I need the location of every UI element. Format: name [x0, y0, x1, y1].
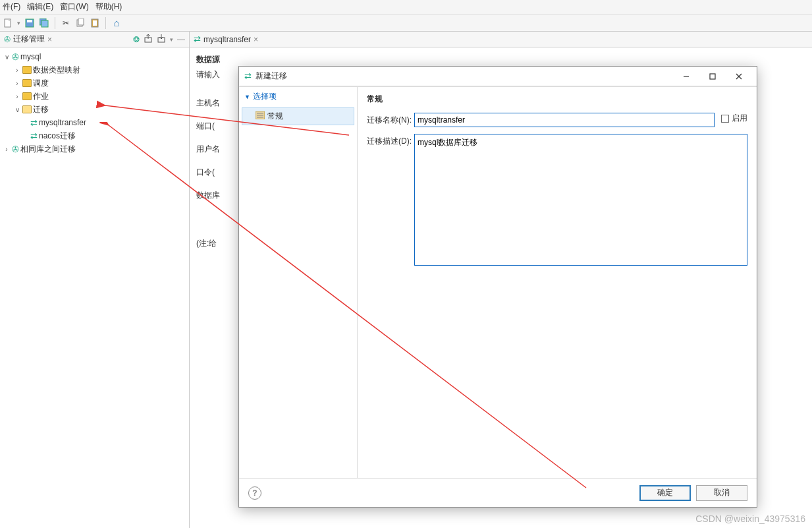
separator	[105, 17, 106, 29]
cancel-button[interactable]: 取消	[696, 485, 747, 501]
section-title: 数据源	[196, 54, 805, 65]
tree-item-mapping[interactable]: › 数据类型映射	[0, 63, 189, 76]
cut-icon[interactable]: ✂	[61, 18, 71, 28]
ok-label: 确定	[657, 487, 673, 498]
paste-icon[interactable]	[90, 18, 100, 28]
tree-item-migration[interactable]: ∨ 迁移	[0, 103, 189, 116]
svg-rect-4	[41, 20, 48, 27]
toolbar: ▾ ✂ ⌂	[0, 15, 812, 32]
menu-file[interactable]: 件(F)	[3, 1, 20, 13]
tree-root[interactable]: ∨ ✇ mysql	[0, 50, 189, 63]
checkbox-icon	[721, 115, 729, 123]
minimize-icon[interactable]: —	[177, 35, 185, 44]
prompt-label: 请输入	[196, 69, 236, 80]
new-migration-dialog: ⇄ 新建迁移 ▼ 选择项 常规	[238, 66, 757, 508]
menu-edit[interactable]: 编辑(E)	[27, 1, 53, 13]
tree-label: 迁移	[33, 104, 49, 115]
tree-label: 数据类型映射	[33, 65, 80, 76]
copy-icon[interactable]	[75, 18, 86, 28]
tree-item-schedule[interactable]: › 调度	[0, 76, 189, 90]
folder-icon	[22, 66, 32, 74]
desc-label: 迁移描述(D):	[367, 134, 414, 147]
close-editor-icon[interactable]: ×	[254, 35, 258, 44]
dropdown-icon[interactable]: ▾	[17, 20, 20, 26]
options-label: 选择项	[253, 91, 277, 102]
menu-window[interactable]: 窗口(W)	[60, 1, 88, 13]
tree: ∨ ✇ mysql › 数据类型映射 › 调度 › 作业 ∨	[0, 47, 189, 528]
panel-title: 迁移管理	[13, 34, 45, 45]
flag-icon[interactable]: ❂	[133, 35, 140, 44]
tree-child-mysqltransfer[interactable]: ⇄ mysqltransfer	[0, 116, 189, 129]
tree-label: nacos迁移	[39, 131, 76, 142]
transfer-icon: ⇄	[30, 118, 38, 128]
enable-checkbox[interactable]: 启用	[721, 113, 747, 124]
panel-tab: ✇ 迁移管理 × ❂ ▾ —	[0, 32, 189, 47]
close-button[interactable]	[726, 69, 751, 84]
user-label: 用户名	[196, 144, 236, 155]
svg-rect-2	[27, 20, 32, 22]
dialog-left-nav: ▼ 选择项 常规	[239, 87, 358, 478]
form-icon	[256, 111, 265, 121]
tree-root-label: mysql	[20, 52, 41, 61]
tree-label: 相同库之间迁移	[20, 144, 76, 155]
tree-sibling[interactable]: › ✇ 相同库之间迁移	[0, 142, 189, 156]
left-panel: ✇ 迁移管理 × ❂ ▾ — ∨ ✇ mysql	[0, 32, 190, 528]
import-icon[interactable]	[157, 34, 166, 45]
folder-open-icon	[22, 105, 32, 113]
database-icon: ✇	[12, 52, 19, 62]
desc-textarea[interactable]	[414, 134, 747, 266]
dialog-title-text: 新建迁移	[256, 71, 287, 82]
cancel-label: 取消	[714, 487, 730, 498]
help-button[interactable]: ?	[248, 486, 261, 500]
db-label: 数据库	[196, 190, 236, 201]
menubar: 件(F) 编辑(E) 窗口(W) 帮助(H)	[0, 0, 812, 15]
dropdown-icon[interactable]: ▾	[170, 36, 173, 43]
separator	[55, 17, 55, 29]
menu-help[interactable]: 帮助(H)	[95, 1, 122, 13]
dialog-titlebar: ⇄ 新建迁移	[239, 67, 757, 86]
svg-rect-10	[158, 38, 165, 42]
watermark: CSDN @weixin_43975316	[695, 513, 805, 524]
enable-label: 启用	[732, 113, 747, 124]
transfer-icon: ⇄	[194, 34, 201, 44]
new-icon[interactable]	[3, 18, 13, 28]
svg-rect-12	[710, 74, 715, 79]
migration-mgmt-icon: ✇	[4, 35, 11, 44]
editor-tab-title: mysqltransfer	[203, 35, 251, 44]
tree-label: 作业	[33, 91, 49, 102]
close-tab-icon[interactable]: ×	[47, 35, 52, 44]
pass-label: 口令(	[196, 167, 236, 178]
options-header[interactable]: ▼ 选择项	[239, 87, 357, 106]
save-icon[interactable]	[24, 18, 35, 28]
editor-tab: ⇄ mysqltransfer ×	[190, 32, 812, 47]
home-icon[interactable]: ⌂	[111, 18, 122, 28]
save-all-icon[interactable]	[39, 18, 49, 28]
svg-rect-6	[78, 18, 84, 25]
maximize-button[interactable]	[700, 69, 725, 84]
tree-label: mysqltransfer	[39, 118, 86, 127]
database-icon: ✇	[12, 144, 19, 154]
host-label: 主机名	[196, 98, 236, 109]
name-input[interactable]	[414, 113, 715, 127]
folder-icon	[22, 92, 32, 100]
dialog-footer: ? 确定 取消	[239, 478, 757, 507]
note-label: (注:给	[196, 238, 236, 249]
dialog-right-form: 常规 迁移名称(N): 启用 迁移描述(D):	[358, 87, 757, 478]
ok-button[interactable]: 确定	[639, 485, 691, 501]
tree-label: 调度	[33, 78, 49, 89]
collapse-icon: ▼	[244, 94, 250, 100]
general-nav-label: 常规	[267, 111, 283, 122]
form-title: 常规	[367, 94, 747, 105]
export-icon[interactable]	[144, 34, 153, 45]
general-nav-item[interactable]: 常规	[242, 107, 354, 125]
tree-item-job[interactable]: › 作业	[0, 90, 189, 103]
svg-rect-8	[93, 20, 97, 26]
port-label: 端口(	[196, 121, 236, 132]
transfer-icon: ⇄	[244, 71, 252, 81]
minimize-button[interactable]	[674, 69, 699, 84]
tree-child-nacos[interactable]: ⇄ nacos迁移	[0, 129, 189, 142]
transfer-icon: ⇄	[30, 131, 38, 141]
folder-icon	[22, 79, 32, 87]
name-label: 迁移名称(N):	[367, 113, 414, 126]
